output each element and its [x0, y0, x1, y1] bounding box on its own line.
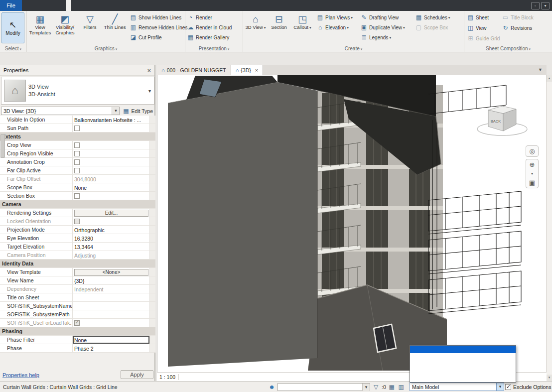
- property-row[interactable]: Visible In Option Balkonvarianten Hofsei…: [0, 116, 155, 124]
- property-value[interactable]: [73, 149, 149, 157]
- property-row[interactable]: Target Elevation 13,3464 13,3464: [0, 243, 155, 251]
- type-selector[interactable]: ⌂ 3D View 3D-Ansicht ▾: [1, 77, 154, 105]
- property-row[interactable]: Crop View: [0, 141, 155, 149]
- property-row[interactable]: Camera: [0, 200, 155, 209]
- property-value[interactable]: 13,3464 13,3464: [73, 243, 149, 251]
- chevron-down-icon[interactable]: ▾: [148, 88, 154, 94]
- ribbon-tab[interactable]: [38, 0, 44, 11]
- graphics-panel-title[interactable]: Graphics: [27, 46, 185, 52]
- property-value[interactable]: [73, 310, 149, 318]
- create-panel-title[interactable]: Create: [243, 46, 464, 52]
- property-value[interactable]: None None: [73, 336, 149, 344]
- property-value[interactable]: {3D} {3D}: [73, 276, 149, 284]
- property-row[interactable]: Scope Box None None: [0, 183, 155, 192]
- property-value[interactable]: Phase 2 Phase 2: [73, 344, 149, 352]
- ribbon-tab[interactable]: [33, 0, 38, 11]
- ribbon-button[interactable]: ▦ View Templates: [28, 12, 52, 43]
- ribbon-button[interactable]: ▢ Scope Box: [414, 22, 458, 32]
- property-row[interactable]: Locked Orientation: [0, 217, 155, 226]
- property-value[interactable]: [73, 217, 149, 225]
- property-row[interactable]: Sun Path: [0, 124, 155, 132]
- view-cube[interactable]: BACK: [477, 106, 527, 135]
- property-row[interactable]: Rendering Settings Edit... Edit...: [0, 209, 155, 217]
- ribbon-button[interactable]: ≣ Legends: [359, 32, 414, 42]
- ribbon-tab[interactable]: [93, 0, 99, 11]
- properties-header[interactable]: Properties ×: [0, 65, 154, 76]
- property-row[interactable]: Annotation Crop: [0, 158, 155, 166]
- property-checkbox[interactable]: [74, 320, 80, 326]
- property-value[interactable]: [73, 158, 149, 166]
- close-icon[interactable]: [255, 67, 258, 73]
- ribbon-button[interactable]: ◪ Cut Profile: [128, 32, 189, 42]
- modify-button[interactable]: ↖ Modify: [1, 12, 24, 43]
- view-tab[interactable]: {3D}: [231, 65, 264, 75]
- ribbon-tab[interactable]: [22, 0, 27, 11]
- property-row[interactable]: View Name {3D} {3D}: [0, 276, 155, 285]
- steering-wheel-button[interactable]: ◎: [526, 145, 539, 157]
- ribbon-button[interactable]: ▭ Title Block: [500, 12, 544, 22]
- property-row[interactable]: Extents: [0, 132, 155, 141]
- property-value[interactable]: [73, 192, 149, 200]
- ribbon-tab[interactable]: [44, 0, 49, 11]
- zoom-pan-toolbar[interactable]: ⊕ ▾ ▣: [526, 159, 539, 188]
- view-tab[interactable]: 000 - GOLDEN NUGGET: [157, 65, 231, 75]
- property-checkbox[interactable]: [74, 142, 80, 148]
- ribbon-button[interactable]: ⌂ 3D View: [244, 12, 267, 43]
- file-menu-button[interactable]: File: [0, 0, 22, 11]
- ribbon-tab[interactable]: [60, 0, 66, 11]
- property-row[interactable]: Section Box: [0, 192, 155, 200]
- property-checkbox[interactable]: [74, 219, 80, 224]
- property-checkbox[interactable]: [74, 193, 80, 199]
- ribbon-button[interactable]: ◩ Visibility/ Graphics: [53, 12, 77, 43]
- ribbon-button[interactable]: ▽ Filters: [78, 12, 102, 43]
- property-value[interactable]: [73, 302, 149, 310]
- presentation-panel-title[interactable]: Presentation: [185, 46, 243, 52]
- close-icon[interactable]: ×: [147, 67, 151, 74]
- ribbon-tab[interactable]: [82, 0, 88, 11]
- ribbon-button[interactable]: ◔ Render: [185, 12, 243, 22]
- property-row[interactable]: Title on Sheet: [0, 293, 155, 302]
- property-value[interactable]: [73, 319, 149, 327]
- dropdown-item[interactable]: [410, 346, 516, 353]
- ribbon-tab[interactable]: [55, 0, 60, 11]
- property-row[interactable]: SOFiSTiK_UseForLoadTak...: [0, 319, 155, 327]
- property-row[interactable]: Far Clip Offset 304,8000 304,8000: [0, 175, 155, 183]
- property-row[interactable]: Phase Phase 2 Phase 2: [0, 344, 155, 353]
- dropdown-item[interactable]: [410, 375, 516, 382]
- property-value[interactable]: None None: [73, 183, 149, 191]
- ribbon-button[interactable]: ▤ Plan Views: [315, 12, 359, 22]
- ribbon-tab[interactable]: [104, 0, 110, 11]
- ribbon-tab[interactable]: [77, 0, 82, 11]
- drag-toggle-icon[interactable]: ▥: [398, 384, 405, 391]
- ribbon-tab[interactable]: [49, 0, 55, 11]
- view-tab-list-chevron-icon[interactable]: ▼: [538, 65, 547, 75]
- view-scale-button[interactable]: 1 : 100: [159, 374, 179, 380]
- ribbon-button[interactable]: ▤ Show Hidden Lines: [128, 12, 189, 22]
- scroll-down-icon[interactable]: ▼: [547, 375, 552, 381]
- property-row[interactable]: Identity Data: [0, 260, 155, 268]
- property-row[interactable]: Projection Mode Orthographic Orthographi…: [0, 226, 155, 234]
- property-row[interactable]: Crop Region Visible: [0, 149, 155, 158]
- ribbon-tab[interactable]: [66, 0, 71, 11]
- ribbon-button[interactable]: ✎ Drafting View: [359, 12, 414, 22]
- property-edit-button[interactable]: Edit...: [74, 210, 148, 217]
- ribbon-button[interactable]: ↻ Revisions: [500, 23, 544, 33]
- property-row[interactable]: Dependency Independent Independent: [0, 285, 155, 293]
- property-value[interactable]: Orthographic Orthographic: [73, 226, 149, 234]
- active-design-option-combo[interactable]: Main Model: [410, 383, 504, 391]
- editable-only-icon[interactable]: ☻: [268, 384, 276, 391]
- ribbon-button[interactable]: ▣ Duplicate View: [359, 22, 414, 32]
- ui-toggle-icon[interactable]: ▫: [531, 2, 540, 9]
- dropdown-item[interactable]: [410, 368, 516, 375]
- property-row[interactable]: Phase Filter None None: [0, 336, 155, 344]
- ribbon-button[interactable]: ▤ Sheet: [465, 12, 500, 22]
- properties-help-link[interactable]: Properties help: [2, 372, 39, 378]
- vertical-scrollbar[interactable]: ▲ ▼: [546, 75, 552, 381]
- ribbon-button[interactable]: ◳ Callout: [291, 12, 314, 43]
- ribbon-tab[interactable]: [88, 0, 93, 11]
- property-value[interactable]: Independent Independent: [73, 285, 149, 293]
- property-value[interactable]: Balkonvarianten Hofseite : ... Balkonvar…: [73, 116, 149, 124]
- ribbon-tab[interactable]: [99, 0, 104, 11]
- ribbon-tab[interactable]: [27, 0, 33, 11]
- ribbon-button[interactable]: ▦ Render Gallery: [185, 32, 243, 42]
